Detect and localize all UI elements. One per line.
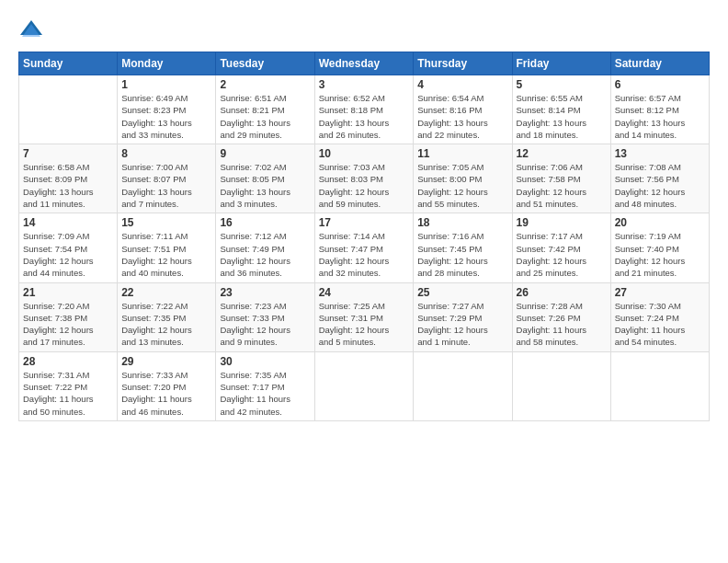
day-number: 9 <box>220 147 310 160</box>
calendar-cell: 16Sunrise: 7:12 AM Sunset: 7:49 PM Dayli… <box>216 213 314 282</box>
weekday-header-tuesday: Tuesday <box>216 52 314 75</box>
day-number: 28 <box>23 355 113 368</box>
day-info: Sunrise: 6:55 AM Sunset: 8:14 PM Dayligh… <box>517 92 607 141</box>
calendar-cell: 12Sunrise: 7:06 AM Sunset: 7:58 PM Dayli… <box>512 144 610 213</box>
week-row-5: 28Sunrise: 7:31 AM Sunset: 7:22 PM Dayli… <box>19 351 710 420</box>
day-number: 23 <box>220 286 310 299</box>
day-number: 13 <box>615 147 705 160</box>
calendar-cell <box>512 351 610 420</box>
week-row-3: 14Sunrise: 7:09 AM Sunset: 7:54 PM Dayli… <box>19 213 710 282</box>
week-row-2: 7Sunrise: 6:58 AM Sunset: 8:09 PM Daylig… <box>19 144 710 213</box>
calendar-cell: 10Sunrise: 7:03 AM Sunset: 8:03 PM Dayli… <box>314 144 414 213</box>
calendar-cell: 8Sunrise: 7:00 AM Sunset: 8:07 PM Daylig… <box>118 144 216 213</box>
weekday-header-saturday: Saturday <box>610 52 709 75</box>
day-number: 6 <box>615 78 705 91</box>
day-number: 3 <box>319 78 410 91</box>
day-number: 21 <box>23 286 113 299</box>
weekday-header-row: SundayMondayTuesdayWednesdayThursdayFrid… <box>19 52 710 75</box>
calendar-cell: 7Sunrise: 6:58 AM Sunset: 8:09 PM Daylig… <box>19 144 118 213</box>
calendar-cell: 21Sunrise: 7:20 AM Sunset: 7:38 PM Dayli… <box>19 282 118 351</box>
day-number: 29 <box>121 355 211 368</box>
day-number: 30 <box>220 355 310 368</box>
day-number: 8 <box>121 147 211 160</box>
day-number: 20 <box>615 216 705 229</box>
day-info: Sunrise: 7:28 AM Sunset: 7:26 PM Dayligh… <box>517 300 607 349</box>
day-info: Sunrise: 7:23 AM Sunset: 7:33 PM Dayligh… <box>220 300 310 349</box>
calendar-cell: 15Sunrise: 7:11 AM Sunset: 7:51 PM Dayli… <box>118 213 216 282</box>
day-number: 16 <box>220 216 310 229</box>
day-number: 1 <box>121 78 211 91</box>
calendar-cell: 18Sunrise: 7:16 AM Sunset: 7:45 PM Dayli… <box>414 213 512 282</box>
day-number: 4 <box>417 78 507 91</box>
calendar-cell: 2Sunrise: 6:51 AM Sunset: 8:21 PM Daylig… <box>216 75 314 144</box>
calendar-cell: 5Sunrise: 6:55 AM Sunset: 8:14 PM Daylig… <box>512 75 610 144</box>
day-info: Sunrise: 7:05 AM Sunset: 8:00 PM Dayligh… <box>417 161 507 210</box>
calendar-cell: 22Sunrise: 7:22 AM Sunset: 7:35 PM Dayli… <box>118 282 216 351</box>
calendar-cell: 23Sunrise: 7:23 AM Sunset: 7:33 PM Dayli… <box>216 282 314 351</box>
logo <box>18 17 48 42</box>
calendar-cell: 6Sunrise: 6:57 AM Sunset: 8:12 PM Daylig… <box>610 75 709 144</box>
day-info: Sunrise: 7:02 AM Sunset: 8:05 PM Dayligh… <box>220 161 310 210</box>
weekday-header-friday: Friday <box>512 52 610 75</box>
calendar-cell <box>610 351 709 420</box>
calendar-cell: 25Sunrise: 7:27 AM Sunset: 7:29 PM Dayli… <box>414 282 512 351</box>
day-number: 7 <box>23 147 113 160</box>
day-info: Sunrise: 7:33 AM Sunset: 7:20 PM Dayligh… <box>121 369 211 418</box>
day-info: Sunrise: 7:06 AM Sunset: 7:58 PM Dayligh… <box>517 161 607 210</box>
calendar-cell <box>414 351 512 420</box>
calendar-cell: 11Sunrise: 7:05 AM Sunset: 8:00 PM Dayli… <box>414 144 512 213</box>
header <box>18 17 710 42</box>
day-number: 2 <box>220 78 310 91</box>
day-number: 22 <box>121 286 211 299</box>
day-number: 15 <box>121 216 211 229</box>
day-info: Sunrise: 6:51 AM Sunset: 8:21 PM Dayligh… <box>220 92 310 141</box>
calendar-cell: 20Sunrise: 7:19 AM Sunset: 7:40 PM Dayli… <box>610 213 709 282</box>
day-info: Sunrise: 7:25 AM Sunset: 7:31 PM Dayligh… <box>319 300 410 349</box>
day-number: 10 <box>319 147 410 160</box>
day-info: Sunrise: 7:30 AM Sunset: 7:24 PM Dayligh… <box>615 300 705 349</box>
page: SundayMondayTuesdayWednesdayThursdayFrid… <box>0 0 728 563</box>
calendar-cell <box>19 75 118 144</box>
calendar-cell: 13Sunrise: 7:08 AM Sunset: 7:56 PM Dayli… <box>610 144 709 213</box>
calendar-cell: 29Sunrise: 7:33 AM Sunset: 7:20 PM Dayli… <box>118 351 216 420</box>
day-number: 24 <box>319 286 410 299</box>
day-info: Sunrise: 7:35 AM Sunset: 7:17 PM Dayligh… <box>220 369 310 418</box>
day-info: Sunrise: 7:11 AM Sunset: 7:51 PM Dayligh… <box>121 230 211 279</box>
calendar-cell: 26Sunrise: 7:28 AM Sunset: 7:26 PM Dayli… <box>512 282 610 351</box>
day-info: Sunrise: 6:54 AM Sunset: 8:16 PM Dayligh… <box>417 92 507 141</box>
day-info: Sunrise: 7:20 AM Sunset: 7:38 PM Dayligh… <box>23 300 113 349</box>
day-info: Sunrise: 7:22 AM Sunset: 7:35 PM Dayligh… <box>121 300 211 349</box>
calendar-cell: 9Sunrise: 7:02 AM Sunset: 8:05 PM Daylig… <box>216 144 314 213</box>
day-info: Sunrise: 7:03 AM Sunset: 8:03 PM Dayligh… <box>319 161 410 210</box>
day-number: 11 <box>417 147 507 160</box>
calendar-cell: 14Sunrise: 7:09 AM Sunset: 7:54 PM Dayli… <box>19 213 118 282</box>
weekday-header-sunday: Sunday <box>19 52 118 75</box>
day-number: 25 <box>417 286 507 299</box>
day-number: 27 <box>615 286 705 299</box>
day-info: Sunrise: 7:16 AM Sunset: 7:45 PM Dayligh… <box>417 230 507 279</box>
calendar-cell: 30Sunrise: 7:35 AM Sunset: 7:17 PM Dayli… <box>216 351 314 420</box>
calendar-cell: 27Sunrise: 7:30 AM Sunset: 7:24 PM Dayli… <box>610 282 709 351</box>
day-number: 17 <box>319 216 410 229</box>
calendar-cell: 3Sunrise: 6:52 AM Sunset: 8:18 PM Daylig… <box>314 75 414 144</box>
day-info: Sunrise: 7:17 AM Sunset: 7:42 PM Dayligh… <box>517 230 607 279</box>
day-info: Sunrise: 6:49 AM Sunset: 8:23 PM Dayligh… <box>121 92 211 141</box>
day-info: Sunrise: 7:27 AM Sunset: 7:29 PM Dayligh… <box>417 300 507 349</box>
day-number: 12 <box>517 147 607 160</box>
day-info: Sunrise: 7:00 AM Sunset: 8:07 PM Dayligh… <box>121 161 211 210</box>
calendar-cell: 28Sunrise: 7:31 AM Sunset: 7:22 PM Dayli… <box>19 351 118 420</box>
day-info: Sunrise: 7:14 AM Sunset: 7:47 PM Dayligh… <box>319 230 410 279</box>
calendar-cell: 17Sunrise: 7:14 AM Sunset: 7:47 PM Dayli… <box>314 213 414 282</box>
day-info: Sunrise: 7:08 AM Sunset: 7:56 PM Dayligh… <box>615 161 705 210</box>
day-info: Sunrise: 6:57 AM Sunset: 8:12 PM Dayligh… <box>615 92 705 141</box>
day-number: 18 <box>417 216 507 229</box>
calendar-table: SundayMondayTuesdayWednesdayThursdayFrid… <box>18 52 710 421</box>
day-number: 14 <box>23 216 113 229</box>
week-row-1: 1Sunrise: 6:49 AM Sunset: 8:23 PM Daylig… <box>19 75 710 144</box>
day-number: 26 <box>517 286 607 299</box>
calendar-cell <box>314 351 414 420</box>
day-info: Sunrise: 7:31 AM Sunset: 7:22 PM Dayligh… <box>23 369 113 418</box>
day-info: Sunrise: 6:52 AM Sunset: 8:18 PM Dayligh… <box>319 92 410 141</box>
day-info: Sunrise: 7:19 AM Sunset: 7:40 PM Dayligh… <box>615 230 705 279</box>
weekday-header-thursday: Thursday <box>414 52 512 75</box>
